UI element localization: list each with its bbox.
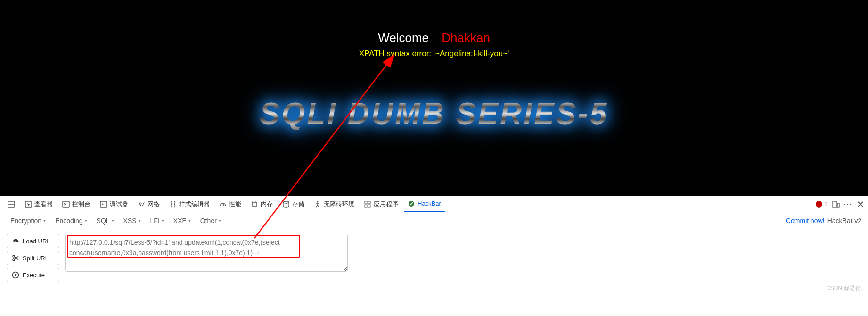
xpath-error: XPATH syntax error: '~Angelina:I-kill-yo… [0,49,868,58]
memory-icon [251,200,258,208]
svg-point-13 [283,201,289,203]
tab-style-editor[interactable]: 样式编辑器 [165,196,213,212]
dock-icon [8,200,15,208]
application-icon [364,200,371,208]
style-icon [169,200,177,208]
svg-point-22 [13,255,15,257]
menu-other[interactable]: Other▾ [197,215,225,226]
inspector-icon [25,200,32,208]
play-icon [12,271,19,279]
tab-application[interactable]: 应用程序 [360,196,402,212]
tab-performance[interactable]: 性能 [215,196,245,212]
svg-rect-15 [365,201,367,204]
tab-label: HackBar [418,200,441,207]
url-input-wrap [65,234,348,273]
tab-label: 调试器 [110,200,128,208]
caret-down-icon: ▾ [139,218,141,223]
menu-label: SQL [97,217,110,225]
svg-point-23 [13,259,15,261]
tab-memory[interactable]: 内存 [247,196,277,212]
tab-label: 存储 [292,200,304,208]
tab-label: 应用程序 [374,200,398,208]
caret-down-icon: ▾ [43,218,46,223]
menu-encryption[interactable]: Encryption▾ [7,215,49,226]
load-url-button[interactable]: Load URL [7,234,59,248]
svg-rect-9 [252,202,257,206]
svg-rect-6 [100,201,107,207]
svg-point-7 [102,203,104,205]
button-label: Execute [23,272,45,279]
performance-icon [219,200,227,208]
tab-label: 控制台 [72,200,90,208]
svg-rect-17 [365,205,367,207]
caret-down-icon: ▾ [162,218,164,223]
menu-label: XSS [123,217,137,225]
hackbar-menu-bar: Encryption▾ Encoding▾ SQL▾ XSS▾ LFI▾ XXE… [0,212,868,229]
accessibility-icon [314,200,321,208]
execute-button[interactable]: Execute [7,268,59,282]
cloud-download-icon [12,237,19,245]
devtools-right-controls: ! 1 ⋯ [816,200,864,208]
hackbar-icon [408,200,415,208]
hackbar-body: Load URL Split URL Execute [0,229,868,287]
tab-label: 网络 [147,200,160,208]
button-label: Load URL [23,238,50,245]
svg-line-8 [223,204,224,206]
split-url-button[interactable]: Split URL [7,251,59,265]
tab-label: 无障碍环境 [324,200,354,208]
menu-label: LFI [150,217,160,225]
close-devtools-button[interactable] [857,200,864,208]
caret-down-icon: ▾ [188,218,191,223]
welcome-line: Welcome Dhakkan [0,31,868,45]
tab-inspector[interactable]: 查看器 [21,196,57,212]
tab-network[interactable]: 网络 [134,196,164,212]
menu-xxe[interactable]: XXE▾ [170,215,195,226]
scissors-icon [12,254,19,262]
menu-label: Encoding [55,217,82,225]
hackbar-brand: HackBar v2 [827,217,861,225]
welcome-text: Welcome [378,31,429,45]
caret-down-icon: ▾ [219,218,221,223]
devtools-tab-bar: 查看器 控制台 调试器 网络 样式编辑器 性能 内存 存储 [0,196,868,212]
caret-down-icon: ▾ [112,218,114,223]
dhakkan-text: Dhakkan [442,31,490,45]
menu-label: Encryption [10,217,41,225]
tab-label: 样式编辑器 [179,200,210,208]
watermark: CSDN @君衍. [826,284,862,292]
svg-rect-20 [833,201,837,207]
tab-hackbar[interactable]: HackBar [404,196,445,212]
debugger-icon [100,200,107,208]
url-input[interactable] [65,234,348,272]
responsive-mode-button[interactable] [832,200,840,208]
menu-lfi[interactable]: LFI▾ [147,215,168,226]
error-indicator[interactable]: ! 1 [816,200,827,208]
error-icon: ! [816,201,822,208]
more-options-button[interactable]: ⋯ [844,200,852,208]
commit-now-link[interactable]: Commit now! [786,217,825,225]
dock-side-button[interactable] [4,196,19,212]
console-icon [62,200,70,208]
tab-label: 查看器 [34,200,53,208]
tab-console[interactable]: 控制台 [58,196,94,212]
caret-down-icon: ▾ [85,218,87,223]
menu-xss[interactable]: XSS▾ [120,215,145,226]
svg-point-14 [317,201,319,202]
tab-accessibility[interactable]: 无障碍环境 [310,196,358,212]
tab-debugger[interactable]: 调试器 [96,196,132,212]
menu-encoding[interactable]: Encoding▾ [51,215,90,226]
menu-label: Other [200,217,217,225]
tab-label: 性能 [229,200,241,208]
tab-storage[interactable]: 存储 [278,196,308,212]
tab-label: 内存 [261,200,273,208]
menu-label: XXE [173,217,187,225]
error-count: 1 [824,200,827,208]
menu-sql[interactable]: SQL▾ [93,215,118,226]
svg-rect-16 [368,201,370,204]
series-title: SQLI DUMB SERIES-5 [0,96,868,131]
svg-rect-2 [8,201,15,207]
sqli-page: Welcome Dhakkan XPATH syntax error: '~An… [0,0,868,196]
devtools-panel: 查看器 控制台 调试器 网络 样式编辑器 性能 内存 存储 [0,196,868,316]
button-label: Split URL [23,255,49,262]
storage-icon [282,200,290,208]
network-icon [138,200,145,208]
